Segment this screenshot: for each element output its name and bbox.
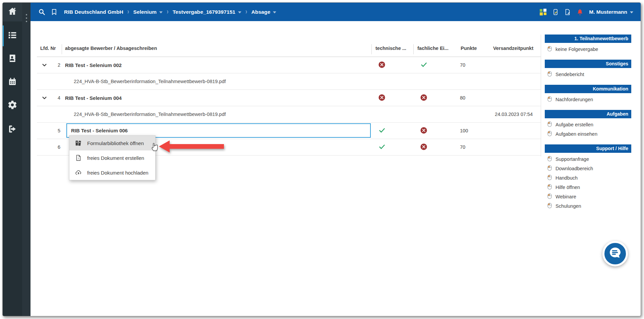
- cell-technische: [371, 94, 413, 102]
- panel-section: Kommunikation Nachforderungen: [545, 85, 631, 104]
- sidebar-strip: [22, 3, 31, 316]
- annotation-arrow: [158, 140, 225, 154]
- table-right-border: [541, 35, 541, 156]
- column-header-fachliche[interactable]: fachliche Ei...: [413, 46, 455, 51]
- pdf-document-icon: [74, 154, 82, 162]
- sidebar-item-contacts[interactable]: [3, 50, 22, 68]
- table-row-dokument[interactable]: 224_HVA-B-Stb_Bewerberinformation_Teilna…: [37, 106, 541, 123]
- breadcrumb-item[interactable]: Testvergabe_1679397151: [173, 9, 241, 15]
- status-pass-icon: [378, 126, 386, 135]
- home-icon: [7, 6, 17, 18]
- panel-section: 1. Teilnahmewettbewerb keine Folgevergab…: [545, 35, 631, 54]
- breadcrumb-separator: ›: [167, 8, 169, 16]
- panel-action-item[interactable]: Handbuch: [545, 173, 631, 183]
- dokument-name: 224_HVA-B-Stb_Bewerberinformation_Teilna…: [65, 112, 226, 117]
- cell-punkte: 100: [455, 128, 484, 133]
- status-fail-icon: [378, 61, 386, 69]
- document-edit-icon[interactable]: [564, 8, 571, 16]
- panel-action-label: Hilfe öffnen: [555, 185, 580, 190]
- breadcrumb-label: Absage: [251, 9, 271, 15]
- apps-grid-icon[interactable]: [539, 8, 547, 16]
- cell-dokument-name: 224_HVA-B-Stb_Bewerberinformation_Teilna…: [62, 106, 371, 122]
- chevron-down-icon[interactable]: [42, 97, 47, 100]
- sidebar-item-list[interactable]: [3, 26, 22, 45]
- column-header-bewerber[interactable]: abgesagte Bewerber / Absageschreiben: [62, 46, 371, 51]
- chat-bubble-icon: [608, 246, 622, 261]
- breadcrumb-item[interactable]: Selenium: [133, 9, 163, 15]
- mouse-icon: [547, 156, 552, 163]
- breadcrumb-label: Testvergabe_1679397151: [173, 9, 235, 15]
- status-fail-icon: [420, 94, 427, 102]
- notifications-bell-icon[interactable]: [576, 8, 584, 16]
- sidebar-item-logout[interactable]: [3, 120, 22, 139]
- binders-icon: [74, 139, 82, 147]
- sidebar-item-settings[interactable]: [3, 96, 22, 115]
- table-row-bewerber[interactable]: 4 RIB Test - Selenium 004 80: [37, 90, 541, 106]
- bookmark-icon[interactable]: [51, 8, 58, 15]
- panel-section-header: Sonstiges: [545, 60, 631, 68]
- panel-action-label: Webinare: [555, 194, 576, 199]
- chevron-down-icon: [273, 11, 276, 13]
- kebab-menu-icon[interactable]: [25, 14, 28, 24]
- cell-lfd-nr: 5: [37, 123, 62, 139]
- mouse-icon: [547, 131, 552, 137]
- panel-action-item[interactable]: Aufgaben einsehen: [545, 129, 631, 139]
- context-menu-item[interactable]: freies Dokument erstellen: [69, 150, 155, 165]
- column-header-technische[interactable]: technische ...: [371, 46, 413, 51]
- search-icon[interactable]: [38, 8, 46, 16]
- cell-bewerber-name[interactable]: RIB Test - Selenium 002: [62, 57, 371, 73]
- column-header-versandzeitpunkt[interactable]: Versandzeitpunkt: [484, 46, 541, 51]
- column-divider: [413, 44, 414, 54]
- context-menu-item[interactable]: Formularbibliothek öffnen: [69, 136, 155, 150]
- mouse-icon: [547, 71, 552, 78]
- cloud-upload-icon: [74, 169, 82, 176]
- panel-section: Sonstiges Sendebericht: [545, 60, 631, 79]
- mouse-icon: [547, 121, 552, 128]
- column-header-punkte[interactable]: Punkte: [455, 46, 484, 51]
- mouse-icon: [547, 96, 552, 103]
- chat-fab-button[interactable]: [602, 241, 628, 266]
- panel-action-item[interactable]: Nachforderungen: [545, 95, 631, 104]
- sidebar-item-calendar[interactable]: [3, 73, 22, 91]
- cell-technische: [371, 126, 413, 135]
- list-icon: [7, 30, 17, 42]
- chevron-down-icon[interactable]: [42, 64, 47, 67]
- context-menu-item-label: freies Dokument hochladen: [87, 170, 149, 176]
- panel-action-label: Nachforderungen: [555, 97, 593, 102]
- user-menu[interactable]: M. Mustermann: [589, 9, 633, 15]
- status-fail-icon: [420, 143, 427, 151]
- status-fail-icon: [378, 94, 386, 102]
- column-header-lfd-nr[interactable]: Lfd. Nr: [37, 46, 62, 51]
- logout-icon: [8, 124, 17, 135]
- breadcrumb-label: Selenium: [133, 9, 157, 15]
- status-pass-icon: [378, 143, 386, 151]
- breadcrumb-label: RIB Deutschland GmbH: [64, 9, 123, 15]
- tag-edit-icon[interactable]: [552, 8, 559, 16]
- sidebar-item-home[interactable]: [3, 3, 22, 21]
- panel-action-label: Aufgabe erstellen: [555, 122, 593, 127]
- contacts-icon: [8, 54, 17, 64]
- panel-action-item[interactable]: keine Folgevergabe: [545, 45, 631, 54]
- bewerber-name: RIB Test - Selenium 002: [65, 62, 122, 68]
- table-row-dokument[interactable]: 224_HVA-B-Stb_Bewerberinformation_Teilna…: [37, 73, 541, 90]
- cell-lfd-nr: 6: [37, 139, 62, 155]
- panel-action-item[interactable]: Supportanfrage: [545, 154, 631, 164]
- topbar-actions: M. Mustermann: [539, 3, 633, 21]
- panel-action-item[interactable]: Sendebericht: [545, 70, 631, 79]
- context-menu-item[interactable]: freies Dokument hochladen: [69, 165, 155, 180]
- breadcrumb-item[interactable]: Absage: [251, 9, 277, 15]
- context-menu: Formularbibliothek öffnen freies Dokumen…: [69, 135, 156, 180]
- panel-action-item[interactable]: Webinare: [545, 192, 631, 201]
- chevron-down-icon: [159, 11, 163, 13]
- row-number: 6: [58, 144, 62, 150]
- table-row-bewerber[interactable]: 2 RIB Test - Selenium 002 70: [37, 57, 541, 73]
- panel-action-item[interactable]: Aufgabe erstellen: [545, 120, 631, 129]
- breadcrumb-item[interactable]: RIB Deutschland GmbH: [64, 9, 123, 15]
- panel-action-item[interactable]: Downloadbereich: [545, 164, 631, 173]
- panel-action-label: Supportanfrage: [555, 156, 589, 162]
- panel-action-item[interactable]: Hilfe öffnen: [545, 183, 631, 192]
- cell-bewerber-name[interactable]: RIB Test - Selenium 004: [62, 90, 371, 106]
- mouse-icon: [547, 46, 552, 53]
- panel-action-item[interactable]: Schulungen: [545, 201, 631, 211]
- right-action-panel: 1. Teilnahmewettbewerb keine Folgevergab…: [545, 35, 631, 216]
